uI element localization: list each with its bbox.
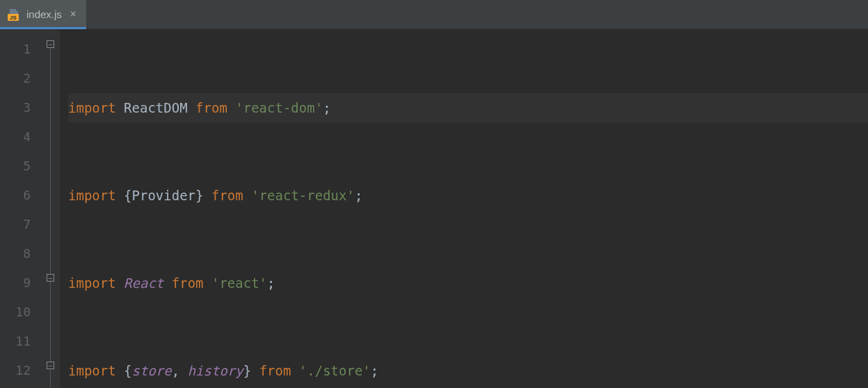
- line-number: 4: [0, 122, 31, 152]
- fold-toggle-icon[interactable]: –: [47, 274, 54, 282]
- line-number: 11: [0, 327, 31, 356]
- tab-bar: JS index.js ×: [0, 0, 868, 29]
- close-icon[interactable]: ×: [70, 9, 77, 19]
- line-number: 8: [0, 239, 31, 268]
- line-number: 9: [0, 268, 31, 298]
- fold-guide-line: [50, 45, 51, 388]
- line-number-gutter: 1 2 3 4 5 6 7 8 9 10 11 12: [0, 29, 45, 388]
- line-number: 7: [0, 210, 31, 239]
- code-line: import {Provider} from 'react-redux';: [68, 181, 868, 210]
- line-number: 3: [0, 93, 31, 122]
- js-file-icon: JS: [7, 8, 21, 22]
- fold-gutter: – – –: [45, 29, 60, 388]
- code-line: import React from 'react';: [68, 268, 868, 298]
- line-number: 10: [0, 298, 31, 327]
- code-area[interactable]: import ReactDOM from 'react-dom'; import…: [60, 29, 868, 388]
- line-number: 2: [0, 64, 31, 93]
- fold-toggle-icon[interactable]: –: [47, 40, 54, 48]
- fold-toggle-icon[interactable]: –: [47, 362, 54, 369]
- code-line: import ReactDOM from 'react-dom';: [68, 93, 868, 122]
- tab-label: index.js: [26, 8, 62, 20]
- code-line: import {store, history} from './store';: [68, 356, 868, 385]
- line-number: 1: [0, 35, 31, 64]
- tab-index-js[interactable]: JS index.js ×: [0, 0, 86, 29]
- svg-text:JS: JS: [10, 15, 17, 21]
- line-number: 12: [0, 356, 31, 385]
- line-number: 5: [0, 152, 31, 181]
- svg-rect-1: [16, 9, 18, 11]
- line-number: 6: [0, 181, 31, 210]
- code-editor[interactable]: 1 2 3 4 5 6 7 8 9 10 11 12 – – – import …: [0, 29, 868, 388]
